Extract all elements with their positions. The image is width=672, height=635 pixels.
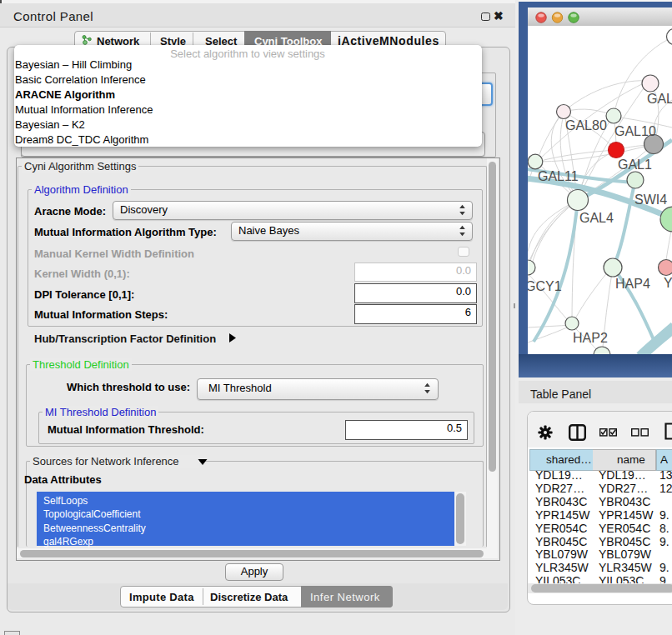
svg-text:GAL10: GAL10: [614, 124, 656, 138]
svg-text:GAL7: GAL7: [647, 92, 672, 106]
svg-text:GAL80: GAL80: [565, 118, 607, 132]
svg-text:HAP4: HAP4: [615, 277, 650, 291]
svg-text:SWI4: SWI4: [634, 192, 667, 207]
svg-text:GAL1: GAL1: [618, 158, 652, 172]
svg-text:HAP2: HAP2: [573, 331, 608, 345]
svg-text:GAL4: GAL4: [579, 211, 614, 225]
svg-text:Y: Y: [664, 276, 672, 290]
svg-text:GCY1: GCY1: [528, 279, 562, 293]
svg-text:GAL11: GAL11: [538, 169, 579, 183]
